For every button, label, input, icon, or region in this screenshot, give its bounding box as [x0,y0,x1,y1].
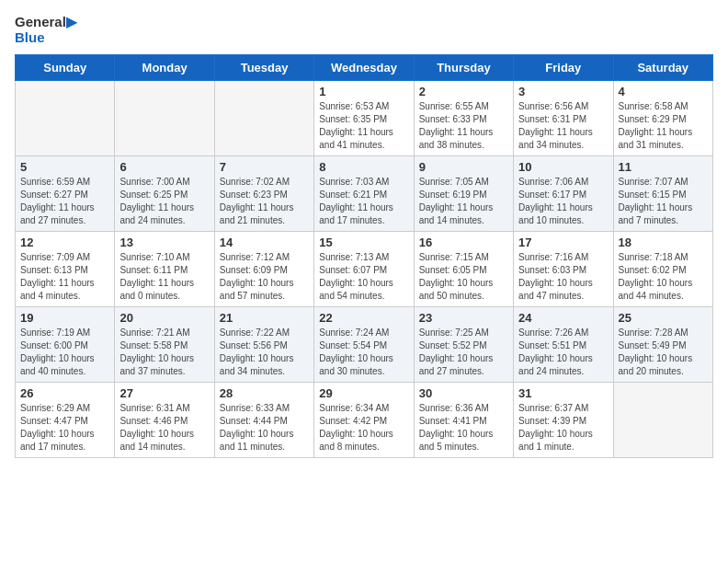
day-number: 29 [319,386,408,400]
day-number: 5 [20,160,109,174]
day-number: 24 [518,311,608,325]
calendar-cell: 18Sunrise: 7:18 AM Sunset: 6:02 PM Dayli… [613,232,712,307]
calendar-cell: 19Sunrise: 7:19 AM Sunset: 6:00 PM Dayli… [16,307,115,383]
day-info: Sunrise: 7:16 AM Sunset: 6:03 PM Dayligh… [518,251,608,303]
calendar-cell: 24Sunrise: 7:26 AM Sunset: 5:51 PM Dayli… [514,307,613,383]
day-info: Sunrise: 7:25 AM Sunset: 5:52 PM Dayligh… [419,327,508,378]
day-number: 25 [619,311,708,325]
day-info: Sunrise: 6:31 AM Sunset: 4:46 PM Dayligh… [119,402,209,454]
calendar-cell: 16Sunrise: 7:15 AM Sunset: 6:05 PM Dayli… [414,232,513,307]
calendar-week-row: 19Sunrise: 7:19 AM Sunset: 6:00 PM Dayli… [16,307,713,383]
day-info: Sunrise: 7:03 AM Sunset: 6:21 PM Dayligh… [319,176,408,227]
calendar-cell: 3Sunrise: 6:56 AM Sunset: 6:31 PM Daylig… [514,81,613,156]
day-info: Sunrise: 6:58 AM Sunset: 6:29 PM Dayligh… [619,100,708,152]
day-info: Sunrise: 7:00 AM Sunset: 6:25 PM Dayligh… [119,176,209,227]
calendar-cell [115,81,214,156]
calendar-cell: 30Sunrise: 6:36 AM Sunset: 4:41 PM Dayli… [414,383,513,458]
day-number: 9 [419,160,508,174]
calendar-cell: 4Sunrise: 6:58 AM Sunset: 6:29 PM Daylig… [613,81,712,156]
day-number: 18 [619,236,708,249]
day-number: 4 [619,85,708,98]
calendar-cell: 22Sunrise: 7:24 AM Sunset: 5:54 PM Dayli… [314,307,414,383]
calendar-cell: 8Sunrise: 7:03 AM Sunset: 6:21 PM Daylig… [314,156,414,232]
day-number: 8 [319,160,408,174]
day-info: Sunrise: 7:06 AM Sunset: 6:17 PM Dayligh… [518,176,608,227]
day-number: 6 [119,160,209,174]
calendar-cell: 13Sunrise: 7:10 AM Sunset: 6:11 PM Dayli… [115,232,214,307]
day-number: 30 [419,386,508,400]
day-info: Sunrise: 6:56 AM Sunset: 6:31 PM Dayligh… [518,100,608,152]
day-number: 15 [319,236,408,249]
calendar-cell: 23Sunrise: 7:25 AM Sunset: 5:52 PM Dayli… [414,307,513,383]
day-info: Sunrise: 7:12 AM Sunset: 6:09 PM Dayligh… [220,251,309,303]
day-number: 22 [319,311,408,325]
day-number: 26 [20,386,109,400]
day-number: 13 [119,236,209,249]
day-number: 7 [220,160,309,174]
day-number: 10 [518,160,608,174]
day-number: 27 [119,386,209,400]
day-number: 17 [518,236,608,249]
day-number: 20 [119,311,209,325]
day-number: 14 [220,236,309,249]
weekday-header-saturday: Saturday [613,55,712,81]
page-header: General▶ Blue [15,15,713,45]
calendar-cell: 31Sunrise: 6:37 AM Sunset: 4:39 PM Dayli… [514,383,613,458]
weekday-header-friday: Friday [514,55,613,81]
calendar-cell: 6Sunrise: 7:00 AM Sunset: 6:25 PM Daylig… [115,156,214,232]
day-info: Sunrise: 6:33 AM Sunset: 4:44 PM Dayligh… [220,402,309,454]
calendar-cell: 28Sunrise: 6:33 AM Sunset: 4:44 PM Dayli… [214,383,313,458]
calendar-cell: 26Sunrise: 6:29 AM Sunset: 4:47 PM Dayli… [16,383,115,458]
calendar-cell: 11Sunrise: 7:07 AM Sunset: 6:15 PM Dayli… [613,156,712,232]
weekday-header-row: SundayMondayTuesdayWednesdayThursdayFrid… [16,55,713,81]
day-info: Sunrise: 7:18 AM Sunset: 6:02 PM Dayligh… [619,251,708,303]
weekday-header-sunday: Sunday [16,55,115,81]
day-number: 2 [419,85,508,98]
day-info: Sunrise: 7:13 AM Sunset: 6:07 PM Dayligh… [319,251,408,303]
calendar-cell [214,81,313,156]
calendar-cell: 27Sunrise: 6:31 AM Sunset: 4:46 PM Dayli… [115,383,214,458]
weekday-header-tuesday: Tuesday [214,55,313,81]
day-info: Sunrise: 6:59 AM Sunset: 6:27 PM Dayligh… [20,176,109,227]
day-number: 11 [619,160,708,174]
calendar-cell: 15Sunrise: 7:13 AM Sunset: 6:07 PM Dayli… [314,232,414,307]
calendar-cell: 17Sunrise: 7:16 AM Sunset: 6:03 PM Dayli… [514,232,613,307]
day-info: Sunrise: 7:07 AM Sunset: 6:15 PM Dayligh… [619,176,708,227]
day-info: Sunrise: 7:02 AM Sunset: 6:23 PM Dayligh… [220,176,309,227]
day-number: 31 [518,386,608,400]
weekday-header-monday: Monday [115,55,214,81]
weekday-header-wednesday: Wednesday [314,55,414,81]
day-info: Sunrise: 7:26 AM Sunset: 5:51 PM Dayligh… [518,327,608,378]
day-info: Sunrise: 6:36 AM Sunset: 4:41 PM Dayligh… [419,402,508,454]
day-number: 23 [419,311,508,325]
day-info: Sunrise: 7:15 AM Sunset: 6:05 PM Dayligh… [419,251,508,303]
calendar-week-row: 1Sunrise: 6:53 AM Sunset: 6:35 PM Daylig… [16,81,713,156]
day-info: Sunrise: 7:10 AM Sunset: 6:11 PM Dayligh… [119,251,209,303]
calendar-cell: 21Sunrise: 7:22 AM Sunset: 5:56 PM Dayli… [214,307,313,383]
calendar-table: SundayMondayTuesdayWednesdayThursdayFrid… [15,54,713,458]
calendar-week-row: 26Sunrise: 6:29 AM Sunset: 4:47 PM Dayli… [16,383,713,458]
day-info: Sunrise: 6:34 AM Sunset: 4:42 PM Dayligh… [319,402,408,454]
calendar-cell: 29Sunrise: 6:34 AM Sunset: 4:42 PM Dayli… [314,383,414,458]
day-number: 19 [20,311,109,325]
day-info: Sunrise: 7:19 AM Sunset: 6:00 PM Dayligh… [20,327,109,378]
day-number: 16 [419,236,508,249]
day-info: Sunrise: 6:53 AM Sunset: 6:35 PM Dayligh… [319,100,408,152]
day-info: Sunrise: 7:22 AM Sunset: 5:56 PM Dayligh… [220,327,309,378]
calendar-week-row: 12Sunrise: 7:09 AM Sunset: 6:13 PM Dayli… [16,232,713,307]
logo-line1: General▶ [15,15,77,30]
calendar-week-row: 5Sunrise: 6:59 AM Sunset: 6:27 PM Daylig… [16,156,713,232]
day-info: Sunrise: 6:55 AM Sunset: 6:33 PM Dayligh… [419,100,508,152]
day-info: Sunrise: 6:29 AM Sunset: 4:47 PM Dayligh… [20,402,109,454]
calendar-cell: 10Sunrise: 7:06 AM Sunset: 6:17 PM Dayli… [514,156,613,232]
calendar-cell [16,81,115,156]
calendar-cell: 12Sunrise: 7:09 AM Sunset: 6:13 PM Dayli… [16,232,115,307]
logo: General▶ Blue [15,15,77,45]
logo-container: General▶ Blue [15,15,77,45]
day-info: Sunrise: 7:05 AM Sunset: 6:19 PM Dayligh… [419,176,508,227]
day-info: Sunrise: 7:09 AM Sunset: 6:13 PM Dayligh… [20,251,109,303]
calendar-cell: 25Sunrise: 7:28 AM Sunset: 5:49 PM Dayli… [613,307,712,383]
weekday-header-thursday: Thursday [414,55,513,81]
calendar-cell: 1Sunrise: 6:53 AM Sunset: 6:35 PM Daylig… [314,81,414,156]
day-number: 21 [220,311,309,325]
